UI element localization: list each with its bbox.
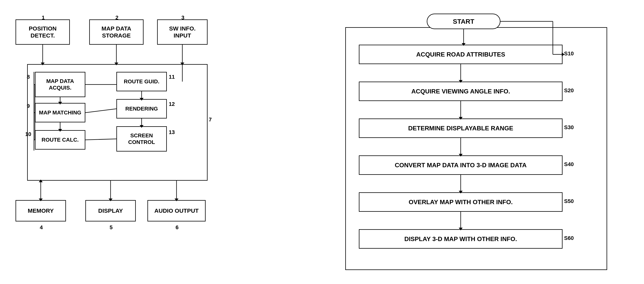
route-calc-box: ROUTE CALC. [35,130,85,150]
svg-marker-36 [459,117,463,120]
map-data-acquis-box: MAP DATAACQUIS. [35,72,85,97]
svg-marker-40 [459,191,463,194]
label-7: 7 [209,116,212,123]
right-diagram: START ACQUIRE ROAD ATTRIBUTES S10 ACQUIR… [334,8,632,276]
label-6: 6 [176,224,179,231]
map-matching-box: MAP MATCHING [35,103,85,122]
label-5: 5 [110,224,113,231]
label-3: 3 [181,15,184,21]
left-diagram: POSITION DETECT. MAP DATASTORAGE SW INFO… [12,8,310,276]
svg-marker-42 [459,228,463,230]
label-13: 13 [169,129,175,135]
sw-info-input-box: SW INFO.INPUT [157,20,208,45]
position-detect-box: POSITION DETECT. [16,20,70,45]
label-12: 12 [169,101,175,107]
label-10: 10 [25,131,31,137]
svg-marker-38 [459,154,463,157]
svg-marker-32 [462,43,466,46]
label-9: 9 [27,103,30,109]
label-2: 2 [116,15,118,21]
label-1: 1 [42,15,45,21]
rendering-box: RENDERING [116,99,167,118]
route-guid-box: ROUTE GUID. [116,72,167,91]
label-11: 11 [169,74,175,80]
audio-output-box: AUDIO OUTPUT [148,200,206,221]
label-8: 8 [27,74,30,80]
screen-control-box: SCREENCONTROL [116,126,167,152]
map-data-storage-box: MAP DATASTORAGE [89,20,144,45]
memory-box: MEMORY [16,200,66,221]
svg-marker-34 [459,80,463,83]
svg-marker-46 [562,52,564,56]
display-box: DISPLAY [85,200,136,221]
right-arrows-svg [334,8,619,276]
label-4: 4 [40,224,43,231]
main-container: POSITION DETECT. MAP DATASTORAGE SW INFO… [0,0,644,284]
